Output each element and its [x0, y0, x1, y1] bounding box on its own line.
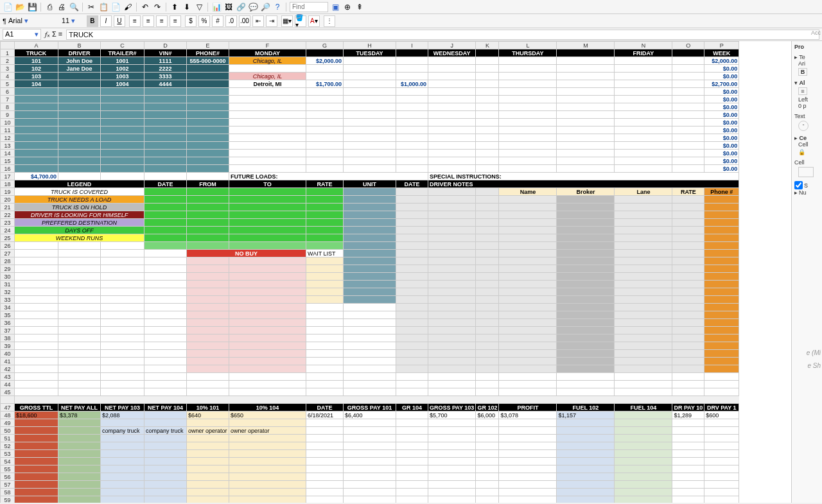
cell[interactable]	[344, 281, 396, 288]
cell[interactable]: GROSS PAY 101	[344, 404, 396, 412]
cell[interactable]: DRIVER NOTES	[428, 180, 739, 188]
cell[interactable]	[615, 227, 672, 234]
cell[interactable]	[58, 442, 101, 450]
cell[interactable]	[344, 489, 396, 496]
cell[interactable]	[476, 419, 499, 427]
cell[interactable]	[499, 157, 557, 165]
cell[interactable]	[306, 265, 344, 273]
cell[interactable]	[187, 489, 229, 496]
cell[interactable]: DRV PAY 1	[704, 404, 739, 412]
cell[interactable]	[306, 435, 344, 442]
cell[interactable]	[428, 388, 476, 396]
cell[interactable]	[476, 204, 499, 211]
cell[interactable]	[15, 273, 58, 281]
cell[interactable]	[229, 126, 306, 134]
cell[interactable]	[476, 196, 499, 204]
cell[interactable]	[557, 358, 615, 365]
cell[interactable]	[229, 196, 306, 204]
cell[interactable]	[499, 111, 557, 119]
cell[interactable]	[306, 304, 344, 311]
row-header[interactable]: 39	[1, 342, 15, 350]
cell[interactable]	[229, 311, 306, 319]
percent-button[interactable]: %	[198, 15, 210, 27]
cell[interactable]	[476, 496, 499, 503]
cell[interactable]	[428, 265, 476, 273]
cell[interactable]	[396, 288, 428, 296]
cell[interactable]	[187, 142, 229, 150]
cell[interactable]	[615, 204, 672, 211]
cell[interactable]	[476, 342, 499, 350]
cell[interactable]	[704, 381, 739, 388]
paste-icon[interactable]: 📄	[110, 2, 121, 12]
side-nu-check[interactable]: ▸ Nu	[794, 189, 819, 196]
cell[interactable]	[306, 481, 344, 489]
cell[interactable]	[58, 119, 101, 126]
cell[interactable]	[557, 335, 615, 342]
cell[interactable]	[557, 473, 615, 481]
cell[interactable]	[101, 281, 144, 288]
cell[interactable]	[476, 142, 499, 150]
cell[interactable]	[704, 419, 739, 427]
cell[interactable]	[428, 311, 476, 319]
cell[interactable]: GROSS TTL	[15, 404, 58, 412]
cell[interactable]: $3,078	[499, 412, 557, 419]
cell[interactable]	[396, 219, 428, 227]
open-icon[interactable]: 📂	[15, 2, 25, 12]
cell[interactable]	[187, 319, 229, 327]
cell[interactable]	[476, 234, 499, 242]
cell[interactable]	[615, 365, 672, 373]
cell[interactable]	[187, 342, 229, 350]
cell[interactable]	[101, 150, 144, 157]
cell[interactable]	[499, 496, 557, 503]
col-header[interactable]: D	[144, 42, 187, 49]
cell[interactable]	[15, 119, 58, 126]
row-header[interactable]: 28	[1, 257, 15, 265]
cell[interactable]	[306, 442, 344, 450]
cell[interactable]	[187, 157, 229, 165]
cell[interactable]	[428, 427, 476, 435]
cell[interactable]	[306, 49, 344, 57]
cell[interactable]	[499, 304, 557, 311]
cell[interactable]	[144, 412, 187, 419]
cell[interactable]	[396, 388, 428, 396]
cell[interactable]	[229, 165, 306, 173]
cell[interactable]: DRIVER	[58, 49, 101, 57]
cell[interactable]	[229, 242, 306, 250]
cell[interactable]	[229, 342, 306, 350]
cell[interactable]	[344, 473, 396, 481]
cell[interactable]	[428, 234, 476, 242]
row-header[interactable]: 23	[1, 219, 15, 227]
cell[interactable]	[615, 319, 672, 327]
cell[interactable]	[144, 350, 187, 358]
align-left-button[interactable]: ≡	[129, 15, 141, 27]
cell[interactable]	[306, 335, 344, 342]
cell[interactable]	[672, 465, 704, 473]
number-button[interactable]: #	[212, 15, 223, 27]
cell[interactable]	[615, 473, 672, 481]
cell[interactable]	[476, 489, 499, 496]
cell[interactable]	[557, 388, 615, 396]
cell[interactable]: 104	[15, 80, 58, 88]
cell[interactable]	[476, 188, 499, 196]
cell[interactable]	[144, 273, 187, 281]
cell[interactable]	[428, 250, 476, 257]
cell[interactable]	[476, 296, 499, 304]
cell[interactable]	[428, 489, 476, 496]
cell[interactable]	[58, 319, 101, 327]
cell[interactable]	[557, 496, 615, 503]
cell[interactable]	[15, 327, 58, 335]
cell[interactable]	[396, 442, 428, 450]
cell[interactable]	[187, 219, 229, 227]
cell[interactable]	[476, 227, 499, 234]
cell[interactable]	[428, 342, 476, 350]
cell[interactable]	[187, 227, 229, 234]
cell[interactable]	[344, 134, 396, 142]
cell[interactable]	[704, 335, 739, 342]
cell[interactable]	[101, 365, 144, 373]
cell[interactable]	[615, 435, 672, 442]
cell[interactable]	[187, 111, 229, 119]
cell[interactable]	[187, 211, 229, 219]
cell[interactable]	[187, 442, 229, 450]
cell[interactable]	[557, 304, 615, 311]
align-right-button[interactable]: ≡	[156, 15, 168, 27]
